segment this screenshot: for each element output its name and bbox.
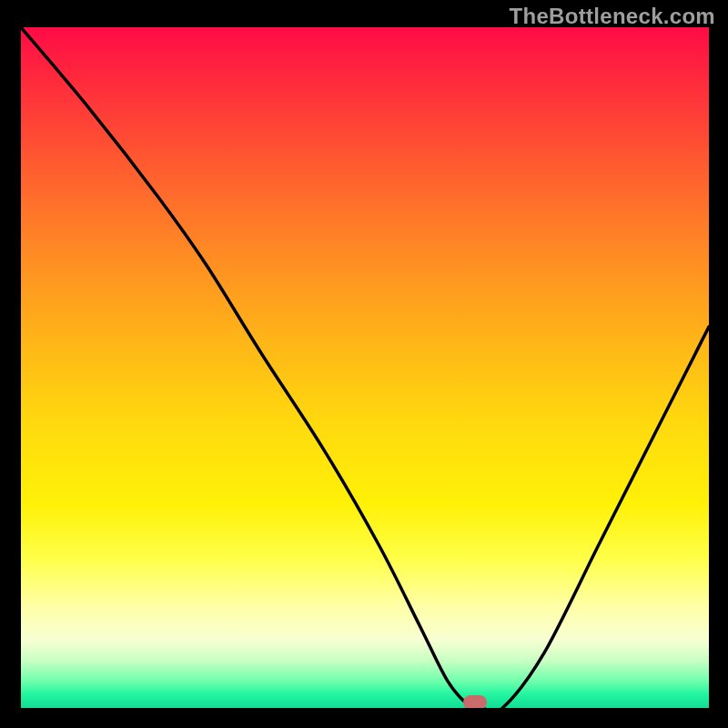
attribution-label: TheBottleneck.com [510, 4, 715, 29]
chart-frame: TheBottleneck.com [0, 0, 728, 728]
plot-area [21, 27, 709, 708]
min-point-marker [463, 695, 487, 708]
bottleneck-curve [21, 27, 709, 708]
bottleneck-curve-path [21, 27, 709, 708]
